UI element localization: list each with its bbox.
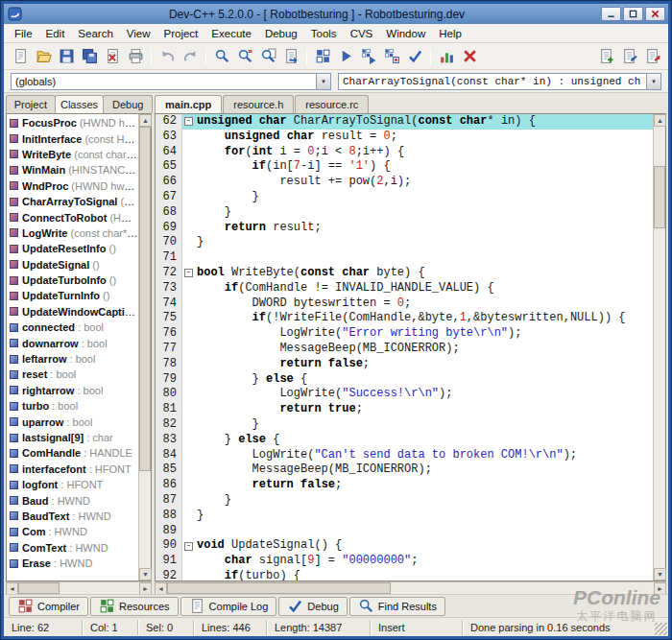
- menu-project[interactable]: Project: [157, 26, 205, 41]
- line-number[interactable]: 71: [156, 250, 182, 266]
- scope-combobox[interactable]: (globals) ▼: [11, 73, 331, 90]
- menu-window[interactable]: Window: [379, 26, 432, 41]
- code-line[interactable]: 75 if(!WriteFile(ComHandle,&byte,1,&byte…: [156, 311, 653, 326]
- maximize-button[interactable]: [623, 7, 643, 21]
- class-item[interactable]: WriteByte (const char byte): [7, 147, 138, 162]
- scrollbar-thumb[interactable]: [139, 127, 151, 471]
- code-line[interactable]: 88}: [156, 509, 653, 524]
- menu-search[interactable]: Search: [71, 26, 119, 41]
- menu-file[interactable]: File: [8, 26, 39, 41]
- scroll-down-icon[interactable]: ▼: [654, 568, 666, 581]
- code-line[interactable]: 86 return false;: [156, 478, 653, 493]
- compile-button[interactable]: [311, 46, 334, 67]
- code-line[interactable]: 64 for(int i = 0;i < 8;i++) {: [156, 145, 653, 160]
- add-file-button[interactable]: [617, 46, 640, 67]
- class-item[interactable]: logfont : HFONT: [7, 477, 138, 492]
- code-line[interactable]: 68 }: [156, 205, 653, 221]
- line-number[interactable]: 83: [156, 433, 182, 448]
- editor-tab-resource-h[interactable]: resource.h: [223, 95, 294, 113]
- code-line[interactable]: 62-unsigned char CharArrayToSignal(const…: [156, 114, 653, 130]
- menu-edit[interactable]: Edit: [39, 26, 72, 41]
- abort-button[interactable]: [458, 46, 481, 67]
- editor-hscrollbar[interactable]: ◄ ►: [155, 581, 666, 594]
- class-item[interactable]: Erase : HWND: [7, 556, 138, 571]
- code-line[interactable]: 81 return true;: [156, 402, 653, 417]
- code-line[interactable]: 66 result += pow(2,i);: [156, 175, 653, 190]
- remove-file-button[interactable]: [640, 46, 663, 67]
- code-line[interactable]: 83 } else {: [156, 433, 653, 448]
- tab-debug[interactable]: Debug: [103, 95, 153, 113]
- line-number[interactable]: 74: [156, 296, 182, 312]
- editor-vscrollbar[interactable]: ▲ ▼: [653, 114, 665, 581]
- class-item[interactable]: CharArrayToSignal (const char* in): [7, 194, 138, 209]
- find-button[interactable]: [210, 46, 233, 67]
- menu-tools[interactable]: Tools: [304, 26, 344, 41]
- line-number[interactable]: 82: [156, 417, 182, 433]
- code-line[interactable]: 80 LogWrite("Success!\r\n");: [156, 387, 653, 402]
- debug-button[interactable]: [403, 46, 426, 67]
- new-unit-button[interactable]: [594, 46, 617, 67]
- class-item[interactable]: ComText : HWND: [7, 540, 138, 556]
- line-number[interactable]: 91: [156, 554, 182, 569]
- line-number[interactable]: 69: [156, 221, 182, 236]
- code-line[interactable]: 71: [156, 250, 653, 266]
- line-number[interactable]: 65: [156, 159, 182, 175]
- code-line[interactable]: 65 if(in[7-i] == '1') {: [156, 159, 653, 175]
- find-in-files-button[interactable]: [256, 46, 279, 67]
- line-number[interactable]: 78: [156, 357, 182, 372]
- line-number[interactable]: 63: [156, 130, 182, 145]
- class-item[interactable]: Baud : HWND: [7, 492, 138, 508]
- code-line[interactable]: 69 return result;: [156, 221, 653, 236]
- line-number[interactable]: 68: [156, 205, 182, 221]
- line-number[interactable]: 79: [156, 372, 182, 388]
- class-item[interactable]: uparrow : bool: [7, 414, 138, 429]
- save-all-button[interactable]: [78, 46, 101, 67]
- code-line[interactable]: 67 }: [156, 190, 653, 205]
- code-line[interactable]: 89: [156, 524, 653, 539]
- menu-execute[interactable]: Execute: [204, 26, 258, 41]
- line-number[interactable]: 92: [156, 569, 182, 581]
- fold-collapse-icon[interactable]: -: [184, 117, 193, 126]
- class-item[interactable]: UpdateSignal (): [7, 257, 138, 273]
- redo-button[interactable]: [179, 46, 202, 67]
- line-number[interactable]: 75: [156, 311, 182, 326]
- class-item[interactable]: downarrow : bool: [7, 335, 138, 350]
- line-number[interactable]: 64: [156, 145, 182, 160]
- titlebar[interactable]: Dev-C++ 5.2.0.0 - [ Robotbesturing ] - R…: [4, 4, 668, 24]
- tab-classes[interactable]: Classes: [55, 95, 105, 113]
- run-button[interactable]: [334, 46, 357, 67]
- resize-grip[interactable]: [655, 623, 667, 635]
- scroll-up-icon[interactable]: ▲: [654, 114, 666, 127]
- class-list-vscrollbar[interactable]: ▲ ▼: [138, 114, 151, 581]
- line-number[interactable]: 84: [156, 448, 182, 463]
- open-button[interactable]: [32, 46, 55, 67]
- class-item[interactable]: WinMain (HINSTANCE hInst: [7, 162, 138, 178]
- class-item[interactable]: UpdateTurnInfo (): [7, 288, 138, 303]
- class-item[interactable]: LogWrite (const char* text): [7, 225, 138, 241]
- print-button[interactable]: [124, 46, 147, 67]
- minimize-button[interactable]: [601, 7, 621, 21]
- bottom-tab-find-results[interactable]: Find Results: [349, 597, 445, 616]
- class-item[interactable]: ComHandle : HANDLE: [7, 445, 138, 461]
- code-editor[interactable]: 62-unsigned char CharArrayToSignal(const…: [156, 114, 653, 581]
- bottom-tab-resources[interactable]: Resources: [90, 597, 179, 616]
- menu-view[interactable]: View: [120, 26, 157, 41]
- compile-run-button[interactable]: [357, 46, 380, 67]
- save-button[interactable]: [55, 46, 78, 67]
- code-line[interactable]: 73 if(ComHandle != INVALID_HANDLE_VALUE)…: [156, 281, 653, 296]
- line-number[interactable]: 73: [156, 281, 182, 296]
- code-line[interactable]: 63 unsigned char result = 0;: [156, 130, 653, 145]
- class-item[interactable]: lastsignal[9] : char: [7, 430, 138, 445]
- member-combobox[interactable]: CharArrayToSignal(const char* in) : unsi…: [338, 73, 661, 90]
- line-number[interactable]: 86: [156, 478, 182, 493]
- class-item[interactable]: Com : HWND: [7, 524, 138, 539]
- editor-tab-main-cpp[interactable]: main.cpp: [155, 95, 222, 113]
- code-line[interactable]: 82 }: [156, 417, 653, 433]
- new-file-button[interactable]: [9, 46, 32, 67]
- rebuild-button[interactable]: [380, 46, 403, 67]
- line-number[interactable]: 88: [156, 509, 182, 524]
- line-number[interactable]: 76: [156, 326, 182, 342]
- class-item[interactable]: reset : bool: [7, 367, 138, 382]
- line-number[interactable]: 72: [156, 266, 182, 281]
- code-line[interactable]: 74 DWORD byteswritten = 0;: [156, 296, 653, 312]
